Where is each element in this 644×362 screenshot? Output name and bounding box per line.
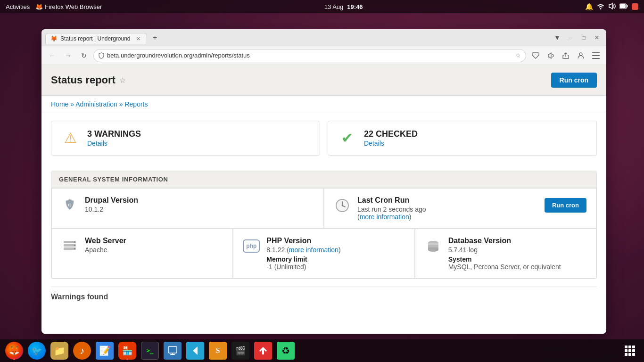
breadcrumb-administration-link[interactable]: Administration	[75, 100, 117, 108]
checked-card-text: 22 CHECKED Details	[364, 129, 418, 148]
cron-clock-icon	[334, 197, 351, 214]
tab-title: Status report | Underground	[60, 35, 131, 42]
php-memory-label: Memory limit	[266, 255, 307, 263]
drupal-version: 10.1.2	[85, 206, 314, 213]
webserver-value: Apache	[85, 246, 223, 254]
cron-title: Last Cron Run	[357, 196, 426, 205]
taskbar-app-recycle[interactable]: ♻	[275, 340, 296, 361]
checked-details-link[interactable]: Details	[364, 140, 384, 147]
php-cell: php PHP Version 8.1.22 (more information…	[233, 229, 414, 279]
tab-close-button[interactable]: ✕	[135, 35, 142, 42]
php-memory-value: -1 (Unlimited)	[266, 263, 405, 271]
checked-card: ✔ 22 CHECKED Details	[328, 121, 597, 156]
taskbar-app-media[interactable]: 🎬	[230, 340, 251, 361]
activities-button[interactable]: Activities	[6, 3, 30, 10]
svg-rect-20	[170, 354, 175, 355]
share-button[interactable]	[559, 49, 572, 62]
warnings-section-title: Warnings found	[51, 289, 597, 301]
apps-grid-button[interactable]	[619, 340, 640, 361]
close-button[interactable]: ✕	[591, 32, 603, 43]
notification-bell-icon[interactable]: 🔔	[585, 3, 593, 10]
nav-right-icons	[529, 49, 603, 62]
warnings-card: ⚠ 3 WARNINGS Details	[51, 121, 320, 156]
menu-button[interactable]	[589, 49, 603, 62]
database-cell: Database Version 5.7.41-log System MySQL…	[415, 229, 596, 279]
page-content: Status report ☆ Run cron Home » Administ…	[41, 65, 606, 334]
php-more-info-link[interactable]: more information	[289, 246, 339, 254]
warnings-count: 3 WARNINGS	[87, 129, 141, 139]
database-system-value: MySQL, Percona Server, or equivalent	[448, 263, 586, 271]
taskbar-app-thunderbird[interactable]: 🐦	[26, 340, 47, 361]
taskbar-app-vscode[interactable]	[185, 340, 206, 361]
general-section-header: GENERAL SYSTEM INFORMATION	[51, 171, 596, 188]
breadcrumb-home-link[interactable]: Home	[51, 100, 68, 108]
minimize-button[interactable]: ─	[565, 32, 576, 43]
browser-nav: ← → ↻ beta.undergroundrevolution.org/adm…	[41, 46, 606, 65]
taskbar-app-sublime[interactable]: S	[207, 340, 228, 361]
taskbar-time: 19:46	[347, 3, 363, 10]
taskbar-app-files[interactable]: 📁	[49, 340, 70, 361]
page-title: Status report	[51, 74, 116, 86]
taskbar-app-text-editor[interactable]: 📝	[94, 340, 115, 361]
breadcrumb-reports-link[interactable]: Reports	[124, 100, 148, 108]
forward-button[interactable]: →	[61, 49, 74, 62]
volume-icon	[608, 2, 616, 11]
account-button[interactable]	[574, 49, 587, 62]
run-cron-header-button[interactable]: Run cron	[551, 73, 597, 88]
pocket-button[interactable]	[529, 49, 542, 62]
breadcrumb-separator-1: »	[70, 100, 74, 108]
battery-icon	[619, 3, 628, 10]
status-cards: ⚠ 3 WARNINGS Details ✔ 22 CHECKED Detail…	[41, 113, 606, 163]
browser-tab[interactable]: 🦊 Status report | Underground ✕	[45, 33, 147, 44]
svg-point-15	[74, 241, 75, 243]
svg-rect-6	[592, 58, 600, 59]
php-version: 8.1.22	[266, 246, 285, 254]
megaphone-button[interactable]	[544, 49, 557, 62]
taskbar-app-vm[interactable]	[162, 340, 183, 361]
database-icon	[425, 238, 442, 255]
database-system-label: System	[448, 255, 472, 263]
favorite-star-icon[interactable]: ☆	[119, 76, 126, 85]
maximize-button[interactable]: □	[578, 32, 589, 43]
tab-dropdown-button[interactable]: ▾	[552, 32, 563, 43]
warnings-details-link[interactable]: Details	[87, 140, 107, 147]
bookmark-star-icon[interactable]: ☆	[515, 52, 521, 59]
drupal-version-cell: Drupal Version 10.1.2	[51, 188, 324, 229]
php-icon: php	[243, 238, 260, 255]
svg-rect-1	[620, 4, 626, 8]
new-tab-button[interactable]: +	[149, 32, 161, 44]
svg-point-16	[74, 245, 75, 246]
svg-rect-5	[592, 55, 600, 56]
database-title: Database Version	[448, 237, 586, 245]
svg-rect-19	[168, 346, 177, 353]
taskbar-app-software-center[interactable]: 🏪	[117, 340, 138, 361]
breadcrumb-separator-2: »	[119, 100, 123, 108]
php-title: PHP Version	[266, 237, 405, 245]
red-indicator	[632, 3, 638, 10]
general-system-section: GENERAL SYSTEM INFORMATION Drupal Ve	[51, 171, 597, 279]
tab-favicon: 🦊	[50, 35, 58, 42]
taskbar-app-firefox[interactable]: 🦊	[4, 340, 25, 361]
taskbar-app-music[interactable]: ♪	[72, 340, 92, 361]
taskbar-top: Activities 🦊 Firefox Web Browser 13 Aug …	[0, 0, 644, 13]
webserver-title: Web Server	[85, 237, 223, 245]
taskbar-app-terminal[interactable]: >_	[140, 340, 160, 361]
window-controls: ─ □ ✕	[565, 32, 603, 43]
cron-cell: Last Cron Run Last run 2 seconds ago (mo…	[324, 188, 596, 229]
section-row-2: Web Server Apache php PHP Version 8.1.22…	[51, 229, 596, 279]
cron-last-run: Last run 2 seconds ago	[357, 206, 426, 213]
svg-point-17	[74, 248, 75, 249]
browser-titlebar: 🦊 Status report | Underground ✕ + ▾ ─ □ …	[41, 29, 606, 46]
cron-more-info-link[interactable]: more information	[360, 213, 409, 221]
back-button[interactable]: ←	[45, 49, 58, 62]
security-icon	[99, 52, 104, 59]
firefox-indicator: 🦊 Firefox Web Browser	[35, 3, 102, 10]
address-bar[interactable]: beta.undergroundrevolution.org/admin/rep…	[93, 49, 526, 62]
taskbar-app-git[interactable]	[253, 340, 273, 361]
section-row-1: Drupal Version 10.1.2	[51, 188, 596, 229]
webserver-icon	[61, 238, 78, 255]
reload-button[interactable]: ↻	[77, 49, 91, 62]
breadcrumb: Home » Administration » Reports	[41, 96, 606, 113]
svg-rect-2	[627, 5, 628, 7]
run-cron-cell-button[interactable]: Run cron	[545, 198, 586, 213]
